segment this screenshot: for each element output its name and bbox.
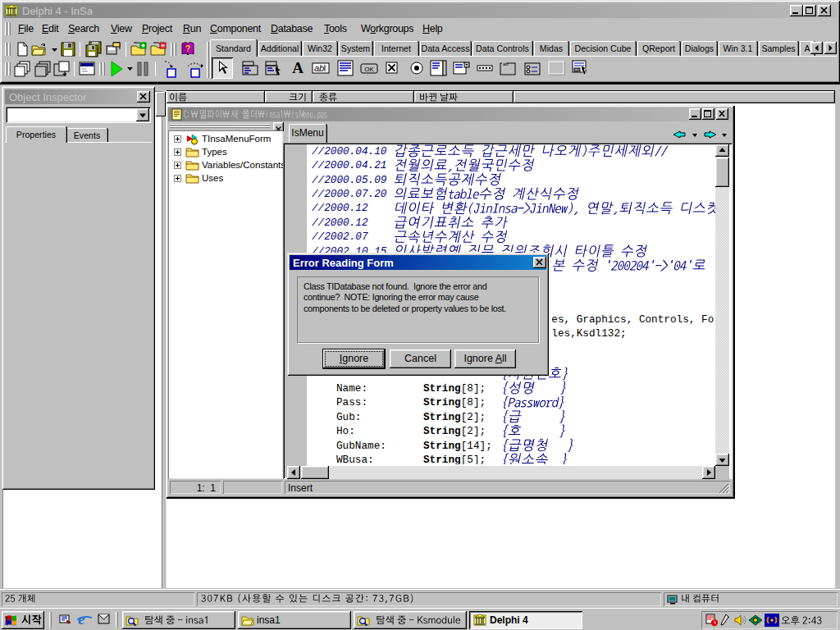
svg-text:A: A (292, 59, 304, 76)
svg-text:ab: ab (503, 62, 509, 66)
svg-text:OK: OK (364, 66, 374, 73)
svg-text:?: ? (185, 44, 190, 53)
svg-text:ab: ab (314, 63, 324, 73)
svg-text:OK: OK (575, 68, 581, 72)
